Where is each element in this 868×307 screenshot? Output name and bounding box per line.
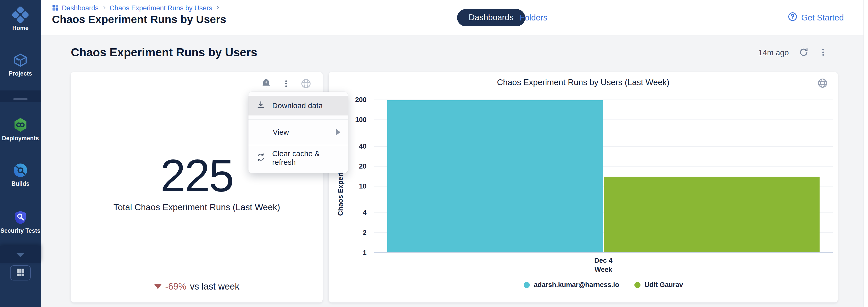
- sidebar-item-label: Home: [0, 25, 41, 32]
- chart-tile: Chaos Experiment Runs by Users (Last Wee…: [329, 72, 838, 303]
- menu-item-clear-cache[interactable]: Clear cache & refresh: [248, 145, 348, 171]
- builds-icon: [0, 162, 41, 178]
- legend-label: Udit Gaurav: [645, 281, 683, 289]
- get-started-label: Get Started: [801, 13, 844, 23]
- menu-item-label: Download data: [272, 101, 340, 110]
- tab-folders[interactable]: Folders: [520, 9, 548, 26]
- menu-item-label: Clear cache & refresh: [272, 149, 340, 167]
- sidebar-item-label: Security Tests: [0, 227, 41, 234]
- main-content: Chaos Experiment Runs by Users 14m ago: [41, 36, 868, 307]
- tile-controls: [260, 78, 312, 90]
- tile-context-menu: Download data View Clear cache & refresh: [248, 92, 348, 173]
- sidebar-scroll-band: [0, 246, 41, 263]
- alert-bell-icon[interactable]: [260, 78, 272, 90]
- stat-delta: -69% vs last week: [71, 281, 322, 292]
- menu-item-label: View: [273, 128, 329, 136]
- chevron-down-icon[interactable]: [16, 253, 25, 257]
- sidebar-item-home[interactable]: Home: [0, 6, 41, 32]
- top-header: Dashboards Chaos Experiment Runs by User…: [41, 0, 868, 35]
- sidebar-item-label: Projects: [0, 70, 41, 77]
- kebab-menu-icon[interactable]: [818, 48, 828, 58]
- legend-item[interactable]: Udit Gaurav: [634, 281, 683, 289]
- cycle-refresh-icon: [256, 152, 266, 164]
- sidebar-item-label: Builds: [0, 180, 41, 187]
- y-tick-label: 2: [336, 229, 367, 236]
- triangle-down-icon: [154, 284, 162, 289]
- grid-icon: [16, 267, 26, 278]
- breadcrumb-separator-icon: [102, 5, 107, 11]
- chart-bar-2[interactable]: [604, 177, 819, 253]
- help-circle-icon: [787, 11, 798, 24]
- dashboard-heading: Chaos Experiment Runs by Users: [71, 46, 257, 59]
- x-axis-title: Week: [594, 266, 612, 274]
- last-refreshed-label: 14m ago: [758, 48, 789, 57]
- drag-handle[interactable]: [13, 98, 28, 100]
- refresh-group: 14m ago: [758, 47, 828, 59]
- sidebar: Home Projects Deployments: [0, 0, 41, 307]
- shield-icon: [0, 210, 41, 225]
- menu-item-view[interactable]: View: [248, 119, 348, 145]
- chart-title: Chaos Experiment Runs by Users (Last Wee…: [329, 78, 838, 87]
- refresh-icon[interactable]: [798, 47, 809, 59]
- gridline: [374, 100, 833, 100]
- x-axis-line: [374, 252, 833, 253]
- dashboards-grid-icon: [52, 4, 59, 12]
- page-title: Chaos Experiment Runs by Users: [52, 13, 226, 26]
- legend-dot-icon: [524, 282, 530, 288]
- delta-suffix: vs last week: [190, 281, 239, 292]
- tab-dashboards[interactable]: Dashboards: [457, 9, 525, 26]
- sidebar-item-deployments[interactable]: Deployments: [0, 117, 41, 142]
- get-started-link[interactable]: Get Started: [787, 9, 844, 26]
- stat-label: Total Chaos Experiment Runs (Last Week): [71, 202, 322, 212]
- sidebar-item-projects[interactable]: Projects: [0, 52, 41, 77]
- y-tick-label: 10: [336, 183, 367, 190]
- delta-value: -69%: [165, 281, 186, 292]
- breadcrumb-link-current[interactable]: Chaos Experiment Runs by Users: [110, 4, 212, 12]
- tile-kebab-icon[interactable]: [282, 79, 290, 89]
- chart-legend: adarsh.kumar@harness.ioUdit Gaurav: [374, 281, 833, 289]
- breadcrumb: Dashboards Chaos Experiment Runs by User…: [52, 3, 220, 12]
- chart-bar-1[interactable]: [387, 100, 602, 253]
- scrollbar-track[interactable]: [864, 0, 868, 307]
- y-tick-label: 1: [336, 249, 367, 257]
- legend-dot-icon: [634, 282, 641, 288]
- sidebar-splitter[interactable]: [0, 90, 41, 102]
- breadcrumb-link-dashboards[interactable]: Dashboards: [62, 4, 99, 12]
- sidebar-item-builds[interactable]: Builds: [0, 162, 41, 187]
- home-icon: [0, 6, 41, 23]
- module-picker-button[interactable]: [10, 265, 31, 280]
- menu-item-download-data[interactable]: Download data: [248, 96, 348, 115]
- y-tick-label: 4: [336, 209, 367, 217]
- legend-label: adarsh.kumar@harness.io: [534, 281, 619, 289]
- cube-icon: [0, 52, 41, 68]
- chart-globe-icon[interactable]: [817, 78, 828, 90]
- plot-area: Chaos Experiment Runs Dec 4 Week adarsh.…: [374, 100, 833, 253]
- tile-globe-icon[interactable]: [301, 78, 312, 90]
- download-icon: [256, 100, 266, 111]
- legend-item[interactable]: adarsh.kumar@harness.io: [524, 281, 619, 289]
- x-category-label: Dec 4: [594, 257, 613, 264]
- breadcrumb-separator-icon: [215, 5, 220, 11]
- caret-right-icon: [336, 129, 340, 136]
- deployments-icon: [0, 117, 41, 133]
- sidebar-item-security-tests[interactable]: Security Tests: [0, 210, 41, 234]
- sidebar-item-label: Deployments: [0, 135, 41, 142]
